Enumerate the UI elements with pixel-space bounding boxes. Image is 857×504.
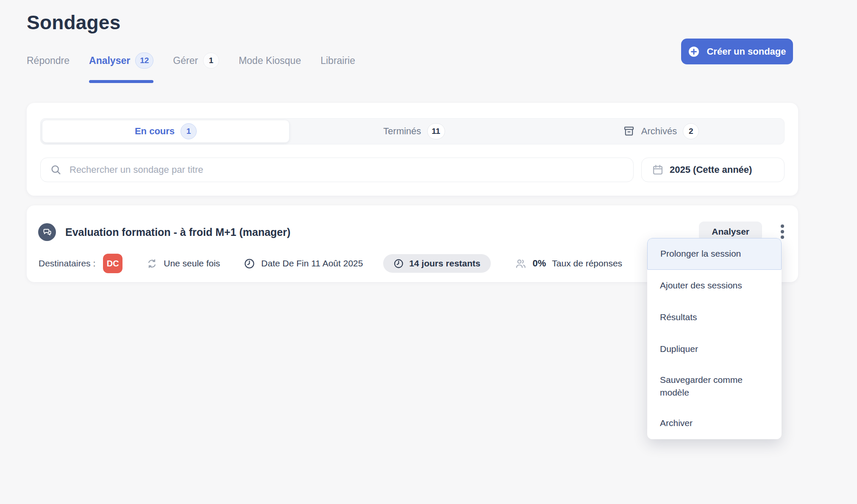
end-date-group: Date De Fin 11 Août 2025 (244, 258, 363, 269)
frequency-group: Une seule fois (146, 258, 220, 269)
response-rate-value: 0% (533, 258, 546, 269)
recipients-label: Destinataires : (39, 258, 95, 269)
response-rate-label: Taux de réponses (552, 258, 622, 269)
status-tab-termines[interactable]: Terminés 11 (291, 119, 537, 144)
days-remaining-badge: 14 jours restants (383, 254, 490, 273)
survey-title-row: Evaluation formation - à froid M+1 (mana… (38, 223, 290, 241)
tab-label: Librairie (320, 55, 355, 66)
days-remaining-text: 14 jours restants (409, 258, 480, 269)
tab-label: Gérer (173, 55, 198, 66)
status-tabs: En cours 1 Terminés 11 Archivés 2 (40, 118, 785, 144)
menu-item-archiver[interactable]: Archiver (647, 407, 782, 439)
response-rate-group: 0% Taux de réponses (515, 258, 623, 270)
tab-label: Analyser (89, 55, 130, 66)
tab-repondre[interactable]: Répondre (27, 55, 70, 81)
year-filter-dropdown[interactable]: 2025 (Cette année) (641, 158, 785, 182)
menu-item-resultats[interactable]: Résultats (647, 302, 782, 333)
refresh-icon (146, 258, 158, 269)
menu-item-sauvegarder-comme-modele[interactable]: Sauvegarder comme modèle (647, 365, 782, 407)
end-date-text: Date De Fin 11 Août 2025 (261, 258, 363, 269)
status-tab-count: 2 (683, 123, 699, 139)
menu-item-ajouter-des-sessions[interactable]: Ajouter des sessions (647, 270, 782, 302)
search-row: 2025 (Cette année) (40, 158, 785, 182)
users-icon (515, 258, 527, 270)
status-tab-label: En cours (135, 126, 175, 137)
clock-icon (244, 258, 255, 269)
search-box (40, 158, 634, 182)
clock-icon (393, 258, 404, 269)
tab-mode-kiosque[interactable]: Mode Kiosque (239, 55, 301, 81)
tab-label: Mode Kiosque (239, 55, 301, 66)
survey-chat-icon (38, 223, 56, 241)
status-tab-count: 1 (181, 123, 197, 139)
menu-item-dupliquer[interactable]: Dupliquer (647, 333, 782, 365)
tab-count-badge: 12 (135, 53, 153, 69)
status-tab-count: 11 (427, 123, 445, 139)
tab-librairie[interactable]: Librairie (320, 55, 355, 81)
create-survey-button[interactable]: Créer un sondage (681, 39, 793, 64)
plus-circle-icon (688, 46, 700, 58)
year-filter-value: 2025 (Cette année) (670, 164, 752, 175)
search-input[interactable] (70, 164, 624, 175)
tab-count-badge: 1 (203, 53, 219, 69)
status-tab-archives[interactable]: Archivés 2 (537, 119, 784, 144)
main-nav: Répondre Analyser 12 Gérer 1 Mode Kiosqu… (27, 53, 355, 83)
tab-analyser[interactable]: Analyser 12 (89, 53, 153, 83)
page-title: Sondages (27, 11, 120, 34)
search-icon (50, 164, 62, 176)
calendar-icon (652, 164, 664, 176)
survey-title: Evaluation formation - à froid M+1 (mana… (65, 226, 290, 238)
status-tab-en-cours[interactable]: En cours 1 (42, 120, 289, 143)
create-survey-label: Créer un sondage (707, 46, 786, 57)
tab-label: Répondre (27, 55, 70, 66)
status-tab-label: Terminés (383, 126, 421, 137)
status-tab-label: Archivés (641, 126, 677, 137)
menu-item-prolonger-la-session[interactable]: Prolonger la session (647, 238, 782, 270)
survey-context-menu: Prolonger la session Ajouter des session… (647, 238, 782, 439)
archive-icon (623, 125, 635, 138)
tab-gerer[interactable]: Gérer 1 (173, 53, 219, 83)
filters-card: En cours 1 Terminés 11 Archivés 2 (27, 103, 798, 196)
frequency-text: Une seule fois (164, 258, 220, 269)
recipient-avatar[interactable]: DC (103, 254, 122, 273)
